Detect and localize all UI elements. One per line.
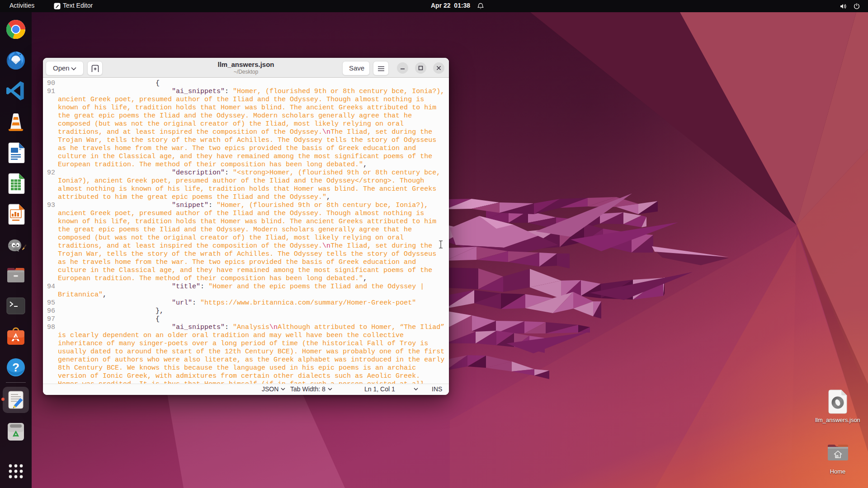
svg-text:?: ? xyxy=(12,361,19,374)
